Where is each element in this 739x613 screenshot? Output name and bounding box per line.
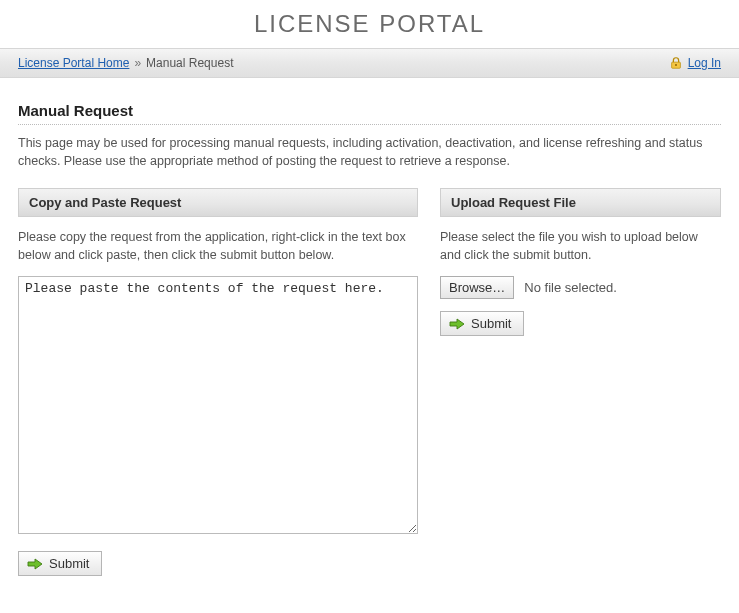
upload-submit-button[interactable]: Submit bbox=[440, 311, 524, 336]
arrow-right-icon bbox=[449, 318, 465, 330]
upload-submit-label: Submit bbox=[471, 316, 511, 331]
request-textarea[interactable] bbox=[18, 276, 418, 534]
content-area: Manual Request This page may be used for… bbox=[0, 78, 739, 586]
login-link[interactable]: Log In bbox=[688, 56, 721, 70]
page-description: This page may be used for processing man… bbox=[18, 135, 721, 170]
file-selected-status: No file selected. bbox=[524, 280, 617, 295]
copy-paste-description: Please copy the request from the applica… bbox=[18, 229, 418, 264]
login-area: Log In bbox=[669, 56, 721, 70]
columns: Copy and Paste Request Please copy the r… bbox=[18, 188, 721, 576]
file-select-row: Browse… No file selected. bbox=[440, 276, 721, 299]
breadcrumb-bar: License Portal Home » Manual Request Log… bbox=[0, 48, 739, 78]
svg-point-1 bbox=[675, 64, 677, 66]
app-header: LICENSE PORTAL bbox=[0, 0, 739, 48]
page-title: Manual Request bbox=[18, 102, 721, 125]
copy-paste-submit-button[interactable]: Submit bbox=[18, 551, 102, 576]
copy-paste-heading: Copy and Paste Request bbox=[18, 188, 418, 217]
browse-button[interactable]: Browse… bbox=[440, 276, 514, 299]
breadcrumb-current: Manual Request bbox=[146, 56, 233, 70]
breadcrumb-separator: » bbox=[134, 56, 141, 70]
app-title: LICENSE PORTAL bbox=[254, 10, 485, 38]
arrow-right-icon bbox=[27, 558, 43, 570]
upload-section: Upload Request File Please select the fi… bbox=[440, 188, 721, 576]
upload-heading: Upload Request File bbox=[440, 188, 721, 217]
copy-paste-submit-label: Submit bbox=[49, 556, 89, 571]
upload-description: Please select the file you wish to uploa… bbox=[440, 229, 721, 264]
breadcrumb-home-link[interactable]: License Portal Home bbox=[18, 56, 129, 70]
lock-icon bbox=[669, 56, 683, 70]
copy-paste-section: Copy and Paste Request Please copy the r… bbox=[18, 188, 418, 576]
